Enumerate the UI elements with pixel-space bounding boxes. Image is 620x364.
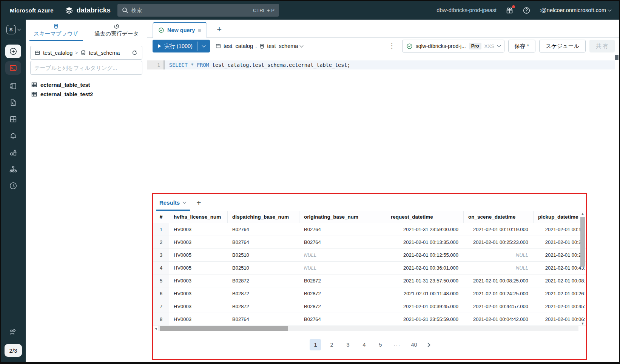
account-menu[interactable]: :@nelcoer.onmicrosoft.com <box>540 7 611 13</box>
data-cell[interactable]: NULL <box>464 249 534 261</box>
data-cell[interactable]: 2021-02-01 00:12:55.000 <box>386 249 464 261</box>
row-index-cell[interactable]: 6 <box>153 287 169 300</box>
scroll-left-icon[interactable]: ◄ <box>154 327 158 330</box>
data-cell[interactable]: 2021-02-01 00:45: <box>534 300 586 313</box>
data-cell[interactable]: B02764 <box>228 223 299 236</box>
run-button[interactable]: 実行 (1000) <box>153 40 210 52</box>
data-cell[interactable]: B02764 <box>299 223 386 236</box>
global-search[interactable]: CTRL + P <box>117 4 279 17</box>
data-cell[interactable]: HV0003 <box>169 300 228 313</box>
data-cell[interactable]: 2021-02-01 00:11:48.000 <box>386 287 464 300</box>
pagination-ellipsis[interactable]: ··· <box>391 339 403 350</box>
data-cell[interactable]: 2021-02-01 00:04:42.000 <box>464 313 534 325</box>
gift-icon[interactable] <box>506 6 514 14</box>
table-list-item[interactable]: ecternal_table_test <box>26 80 147 89</box>
horizontal-scrollbar-thumb[interactable] <box>160 326 288 331</box>
page-button[interactable]: 3 <box>342 339 353 350</box>
table-row[interactable]: 2HV0003B02764B027642021-02-01 00:13:35.0… <box>153 236 586 249</box>
row-index-cell[interactable]: 1 <box>153 223 169 236</box>
data-cell[interactable]: B02872 <box>228 275 299 287</box>
column-header[interactable]: on_scene_datetime <box>464 211 534 223</box>
table-list-item[interactable]: ecternal_table_test2 <box>26 89 147 99</box>
row-index-cell[interactable]: 7 <box>153 300 169 313</box>
data-cell[interactable]: NULL <box>299 249 386 261</box>
table-row[interactable]: 7HV0003B02872B028722021-02-01 00:39:45.0… <box>153 300 586 313</box>
data-cell[interactable]: HV0005 <box>169 249 228 261</box>
alerts-bell-icon[interactable] <box>9 132 17 140</box>
column-header[interactable]: dispatching_base_num <box>228 211 299 223</box>
shapes-icon[interactable] <box>9 148 17 157</box>
table-filter-input[interactable] <box>34 65 138 71</box>
row-index-cell[interactable]: 2 <box>153 236 169 248</box>
table-row[interactable]: 8HV0003B02764B027642021-01-31 23:55:59.0… <box>153 313 586 326</box>
data-cell[interactable]: 2021-02-01 00:10: <box>534 223 586 236</box>
table-row[interactable]: 6HV0003B02872B028722021-02-01 00:11:48.0… <box>153 287 586 300</box>
data-cell[interactable]: 2021-02-01 00:13:35.000 <box>386 236 464 248</box>
warehouse-selector[interactable]: sqlw-dtbricks-prod-j... Pro XXS <box>402 40 504 52</box>
column-header[interactable]: originating_base_num <box>299 211 386 223</box>
data-cell[interactable]: 2021-02-01 00:43: <box>534 262 586 274</box>
data-cell[interactable]: 2021-01-31 23:57:50.000 <box>386 275 464 287</box>
data-cell[interactable]: 2021-01-31 23:55:59.000 <box>386 313 464 325</box>
data-cell[interactable]: NULL <box>464 262 534 274</box>
search-input[interactable] <box>131 7 250 13</box>
data-cell[interactable]: HV0003 <box>169 313 228 325</box>
schedule-button[interactable]: スケジュール <box>539 40 586 52</box>
data-cell[interactable]: 2021-02-01 00:28: <box>534 249 586 261</box>
history-clock-icon[interactable] <box>9 182 17 190</box>
table-filter[interactable] <box>30 61 142 75</box>
scroll-up-icon[interactable]: ▲ <box>581 211 585 216</box>
data-cell[interactable]: B02510 <box>228 249 299 261</box>
column-header[interactable]: pickup_datetime <box>534 211 586 223</box>
next-page-button[interactable] <box>426 342 430 347</box>
table-row[interactable]: 4HV0005B02510NULL2021-02-01 00:36:01.000… <box>153 262 586 275</box>
data-cell[interactable]: 2021-02-01 00:06: <box>534 313 586 325</box>
sql-code-editor[interactable]: 1 SELECT * FROM test_catalog.test_schema… <box>147 54 619 193</box>
row-index-cell[interactable]: 3 <box>153 249 169 261</box>
breadcrumb-catalog[interactable]: test_catalog <box>43 50 72 56</box>
table-row[interactable]: 5HV0003B02872B028722021-01-31 23:57:50.0… <box>153 275 586 287</box>
data-cell[interactable]: 2021-02-01 00:36:01.000 <box>386 262 464 274</box>
data-cell[interactable]: HV0005 <box>169 262 228 274</box>
data-cell[interactable]: B02872 <box>228 287 299 300</box>
refresh-button[interactable] <box>127 46 142 59</box>
notebooks-icon[interactable] <box>9 82 17 90</box>
page-button[interactable]: 4 <box>358 339 370 350</box>
column-header[interactable]: hvfhs_license_num <box>169 211 228 223</box>
data-cell[interactable]: B02872 <box>299 275 386 287</box>
data-cell[interactable]: B02872 <box>299 287 386 300</box>
row-index-cell[interactable]: 4 <box>153 262 169 274</box>
data-cell[interactable]: HV0003 <box>169 275 228 287</box>
editor-scrollbar[interactable] <box>615 55 618 191</box>
run-options-caret[interactable] <box>198 40 210 52</box>
data-cell[interactable]: B02764 <box>228 236 299 248</box>
data-cell[interactable]: B02764 <box>299 313 386 325</box>
data-cell[interactable]: B02872 <box>228 300 299 313</box>
data-cell[interactable]: B02764 <box>299 236 386 248</box>
data-cell[interactable]: 2021-02-01 00:44:57.000 <box>464 300 534 313</box>
scroll-down-icon[interactable]: ▼ <box>581 321 585 326</box>
sidebar-item-sql-editor[interactable] <box>5 61 21 75</box>
data-cell[interactable]: 2021-02-01 00:27: <box>534 236 586 248</box>
data-cell[interactable]: B02764 <box>228 313 299 325</box>
catalog-schema-selector[interactable]: test_catalog . test_schema <box>215 43 303 49</box>
data-cell[interactable]: NULL <box>299 262 386 274</box>
data-cell[interactable]: 2021-02-01 00:25:23.000 <box>464 236 534 248</box>
data-cell[interactable]: 2021-02-01 00:10:19.000 <box>464 223 534 236</box>
sidebar-item-new[interactable] <box>5 45 21 58</box>
data-cell[interactable]: 2021-01-31 23:59:00.000 <box>386 223 464 236</box>
data-cell[interactable]: B02510 <box>228 262 299 274</box>
databricks-logo[interactable]: databricks <box>65 6 111 15</box>
workflows-icon[interactable] <box>9 165 17 173</box>
dashboards-icon[interactable] <box>9 115 17 123</box>
page-button[interactable]: 2 <box>326 339 337 350</box>
horizontal-scrollbar[interactable]: ◄ <box>154 326 578 331</box>
page-button[interactable]: 5 <box>375 339 386 350</box>
breadcrumb-schema[interactable]: test_schema <box>89 50 120 56</box>
data-cell[interactable]: 2021-02-01 00:08:25.000 <box>464 275 534 287</box>
add-results-tab-button[interactable]: + <box>196 199 201 207</box>
editor-scrollbar-thumb[interactable] <box>615 55 618 60</box>
pipelines-icon[interactable] <box>9 328 17 336</box>
tab-new-query[interactable]: New query <box>153 22 207 38</box>
share-button[interactable]: 共 有 <box>589 40 615 52</box>
